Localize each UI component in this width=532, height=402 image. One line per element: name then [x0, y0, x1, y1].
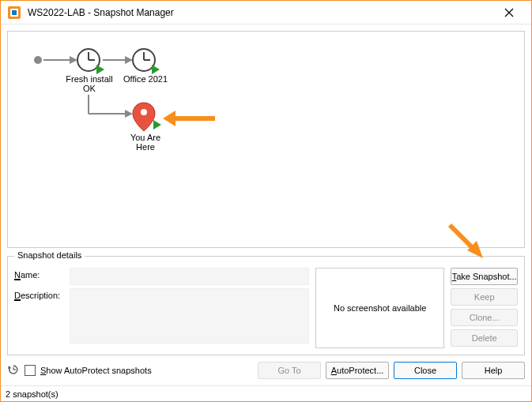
take-snapshot-button[interactable]: Take Snapshot... [451, 268, 518, 285]
you-are-here-marker[interactable] [133, 103, 161, 131]
snapshot-label[interactable]: Office 2021 [121, 74, 170, 84]
details-legend: Snapshot details [14, 250, 85, 260]
screenshot-thumbnail: No screenshot available [315, 268, 444, 348]
description-label: Description: [14, 288, 65, 301]
bottom-toolbar: Show AutoProtect snapshots Go To AutoPro… [7, 362, 525, 379]
status-text: 2 snapshot(s) [6, 389, 58, 399]
close-window-button[interactable] [493, 2, 525, 24]
svg-marker-20 [153, 120, 161, 130]
svg-point-19 [141, 109, 147, 115]
name-input[interactable] [70, 268, 309, 285]
details-fields: Name: Description: [14, 268, 309, 348]
svg-marker-25 [8, 366, 11, 369]
svg-marker-15 [152, 65, 160, 74]
action-buttons: Take Snapshot... Keep Clone... Delete [451, 268, 518, 348]
svg-point-3 [34, 56, 42, 64]
close-icon [504, 8, 514, 17]
delete-button[interactable]: Delete [451, 329, 518, 347]
app-icon [7, 6, 21, 20]
annotation-arrow-icon [163, 111, 215, 126]
goto-button[interactable]: Go To [258, 362, 321, 379]
annotation-arrow-icon [442, 220, 489, 266]
keep-button[interactable]: Keep [451, 288, 518, 306]
svg-marker-22 [163, 111, 175, 126]
snapshot-icon[interactable] [77, 49, 104, 74]
window-title: WS2022-LAB - Snapshot Manager [28, 7, 493, 18]
snapshot-tree-pane[interactable]: Fresh install OK Office 2021 You Are Her… [7, 31, 525, 248]
description-input[interactable] [70, 288, 309, 344]
snapshot-manager-window: WS2022-LAB - Snapshot Manager [0, 0, 532, 402]
svg-marker-9 [96, 65, 104, 74]
you-are-here-label[interactable]: You Are Here [123, 133, 168, 152]
svg-marker-18 [125, 110, 133, 118]
titlebar: WS2022-LAB - Snapshot Manager [1, 1, 531, 24]
autoprotect-button[interactable]: AutoProtect... [326, 362, 389, 379]
svg-rect-2 [12, 10, 17, 15]
clone-button[interactable]: Clone... [451, 309, 518, 326]
svg-marker-5 [70, 56, 77, 64]
close-button[interactable]: Close [394, 362, 457, 379]
snapshot-icon[interactable] [133, 49, 160, 74]
help-button[interactable]: Help [462, 362, 525, 379]
snapshot-details-group: Snapshot details Name: Description: No s… [7, 256, 525, 355]
show-autoprotect-checkbox[interactable] [25, 365, 36, 376]
svg-line-23 [450, 225, 474, 249]
content-area: Fresh install OK Office 2021 You Are Her… [1, 24, 531, 385]
history-icon[interactable] [7, 363, 20, 378]
show-autoprotect-label[interactable]: Show AutoProtect snapshots [40, 366, 152, 375]
snapshot-label[interactable]: Fresh install OK [63, 74, 115, 93]
status-bar: 2 snapshot(s) [1, 385, 531, 401]
snapshot-tree [8, 32, 514, 213]
svg-marker-11 [125, 56, 133, 64]
name-label: Name: [14, 268, 65, 280]
